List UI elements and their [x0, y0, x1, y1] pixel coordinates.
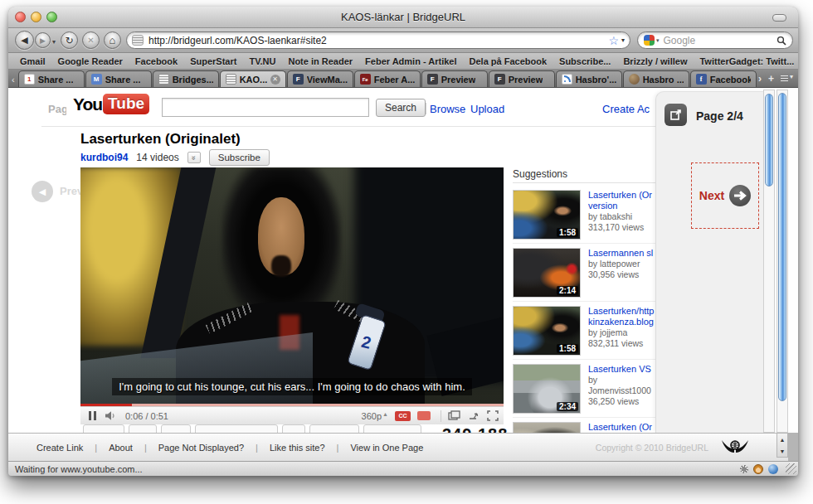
captions-button[interactable]: CC: [395, 411, 411, 421]
history-dropdown-icon[interactable]: ▾: [52, 38, 56, 46]
suggestion-item[interactable]: 2:14Lasermannen slby lattepower30,956 vi…: [513, 244, 657, 302]
bottom-link-create-link[interactable]: Create Link: [37, 443, 83, 453]
popout-icon[interactable]: [448, 410, 461, 421]
youtube-logo[interactable]: You Tube: [66, 92, 156, 116]
bottom-link-about[interactable]: About: [109, 443, 133, 453]
addon-globe-icon[interactable]: [768, 464, 778, 474]
suggestion-title[interactable]: Laserturken VS: [588, 364, 657, 375]
reload-button[interactable]: ↻: [61, 32, 78, 49]
video-player[interactable]: 2 I'm going to cut his tounge, cut his e…: [80, 167, 504, 424]
bookmark-item[interactable]: TwitterGadget: Twitt...: [699, 56, 794, 66]
open-in-new-window-button[interactable]: [665, 104, 687, 126]
suggestion-item[interactable]: 1:58Laserturken (Or versionby tabakshi31…: [513, 186, 657, 244]
suggestion-thumbnail[interactable]: 1:58: [513, 190, 581, 240]
inner-scrollbar-thumb[interactable]: [765, 94, 773, 187]
inner-page-scrollbar[interactable]: [763, 90, 775, 433]
bookmark-item[interactable]: Facebook: [135, 56, 178, 66]
youtube-search-input[interactable]: [162, 98, 369, 117]
youtube-browse-link[interactable]: Browse: [430, 103, 465, 115]
window-scrollbar-thumb[interactable]: [778, 93, 786, 401]
bookmark-item[interactable]: Feber Admin - Artikel: [365, 56, 456, 66]
window-resize-grip[interactable]: [786, 463, 796, 474]
toolbar-toggle-lozenge[interactable]: [772, 14, 786, 22]
scroll-down-arrow[interactable]: ▼: [777, 445, 787, 457]
suggestion-title[interactable]: Laserturken/http kinzakenza.blog: [588, 306, 657, 327]
bottom-link-view-in-one-page[interactable]: View in One Page: [350, 443, 423, 453]
next-page-button[interactable]: [729, 185, 751, 206]
tab-hasbro-[interactable]: Hasbro'...: [556, 70, 622, 87]
bookmark-item[interactable]: Subscribe...: [559, 56, 611, 66]
addon-gear-icon[interactable]: [740, 465, 748, 473]
tab-preview[interactable]: FPreview: [421, 70, 488, 87]
tab-list-icon[interactable]: [781, 75, 791, 83]
tab-preview[interactable]: FPreview: [489, 70, 555, 87]
bottom-link-like-this-site-[interactable]: Like this site?: [270, 443, 325, 453]
suggestion-title[interactable]: Lasermannen sl: [588, 248, 657, 259]
suggestion-thumbnail[interactable]: 0:59: [513, 422, 581, 433]
tab-share-[interactable]: MShare ...: [85, 70, 152, 87]
tab-hasbro-[interactable]: Hasbro ...: [623, 70, 689, 87]
fullscreen-icon[interactable]: [487, 410, 499, 421]
video-actions-row[interactable]: [83, 424, 421, 433]
channel-videos-dropdown[interactable]: «: [187, 152, 201, 163]
home-button[interactable]: ⌂: [104, 32, 121, 49]
bookmark-item[interactable]: Gmail: [20, 56, 46, 66]
quality-selector[interactable]: 360p▲: [362, 411, 388, 421]
suggestion-thumbnail[interactable]: 2:34: [513, 364, 581, 414]
title-bar[interactable]: KAOS-länkar | BridgeURL: [8, 7, 798, 28]
volume-button[interactable]: [105, 410, 117, 421]
suggestion-title[interactable]: Laserturken (Or version HQ: [588, 422, 657, 433]
next-page-label[interactable]: Next: [699, 189, 724, 202]
tab-facebook[interactable]: fFacebook: [690, 70, 757, 87]
window-scrollbar[interactable]: [776, 90, 788, 433]
youtube-search-button[interactable]: Search: [376, 99, 426, 117]
bookmark-item[interactable]: TV.NU: [249, 56, 275, 66]
pause-button[interactable]: [89, 411, 96, 420]
video-screen[interactable]: 2 I'm going to cut his tounge, cut his e…: [80, 167, 504, 404]
youtube-create-account-link[interactable]: Create Ac: [602, 103, 650, 115]
suggestion-item[interactable]: 1:58Laserturken/http kinzakenza.blogby j…: [513, 302, 657, 360]
bookmark-dropdown-icon[interactable]: ▾: [621, 36, 625, 44]
resize-toggle-icon[interactable]: [468, 410, 480, 421]
bookmark-item[interactable]: Google Reader: [58, 56, 123, 66]
bookmark-item[interactable]: Brizzly / willew: [623, 56, 687, 66]
prev-page-button[interactable]: ◀: [32, 181, 53, 202]
web-search-field[interactable]: ▾ Google: [637, 32, 793, 49]
tab-feber-a-[interactable]: FeFeber A...: [354, 70, 421, 87]
url-text[interactable]: http://bridgeurl.com/KAOS-laenkar#site2: [148, 35, 608, 46]
forward-button[interactable]: ▶: [35, 32, 51, 48]
suggestion-title[interactable]: Laserturken (Or version: [588, 190, 657, 211]
tab-bridges-[interactable]: Bridges...: [153, 70, 219, 87]
suggestion-thumbnail[interactable]: 1:58: [513, 306, 581, 356]
suggestion-thumbnail[interactable]: 2:14: [513, 248, 581, 298]
google-search-engine-icon[interactable]: [644, 35, 655, 46]
bookmark-item[interactable]: SuperStart: [190, 56, 236, 66]
stop-button[interactable]: ✕: [82, 32, 100, 49]
bookmark-item[interactable]: Note in Reader: [288, 56, 353, 66]
channel-link[interactable]: kurdboi94: [80, 152, 128, 163]
search-engine-dropdown-icon[interactable]: ▾: [656, 37, 660, 44]
scroll-up-arrow[interactable]: ▲: [777, 434, 787, 445]
tab-scroll-left[interactable]: ‹: [10, 75, 18, 87]
tab-close-icon[interactable]: ✕: [270, 75, 280, 85]
bottom-link-page-not-displayed-[interactable]: Page Not Displayed?: [158, 443, 244, 453]
new-tab-button[interactable]: +: [768, 73, 774, 85]
scrollbar-steppers[interactable]: ▲ ▼: [776, 433, 788, 458]
tab-kao-[interactable]: KAO...✕: [220, 70, 286, 87]
next-page-dropzone[interactable]: Next: [691, 162, 759, 229]
tab-scroll-right[interactable]: ›: [758, 73, 762, 85]
magnifier-icon[interactable]: [776, 36, 786, 46]
greasemonkey-icon[interactable]: [753, 464, 763, 474]
subscribe-button[interactable]: Subscribe: [209, 149, 270, 166]
bookmark-item[interactable]: Dela på Facebook: [470, 56, 548, 66]
annotations-button[interactable]: [417, 411, 431, 420]
tab-share-[interactable]: 1Share ...: [18, 70, 85, 87]
tab-viewma-[interactable]: FViewMa...: [287, 70, 353, 87]
bookmark-star-icon[interactable]: ☆: [608, 35, 619, 46]
suggestion-item[interactable]: 0:59Laserturken (Or version HQby carltho…: [513, 418, 657, 433]
youtube-upload-link[interactable]: Upload: [470, 103, 504, 115]
url-bar[interactable]: http://bridgeurl.com/KAOS-laenkar#site2 …: [126, 32, 630, 49]
suggestion-item[interactable]: 2:34Laserturken VSby Jomenvisst100036,25…: [513, 360, 657, 418]
search-placeholder[interactable]: Google: [664, 35, 776, 46]
back-button[interactable]: ◀: [15, 31, 34, 50]
